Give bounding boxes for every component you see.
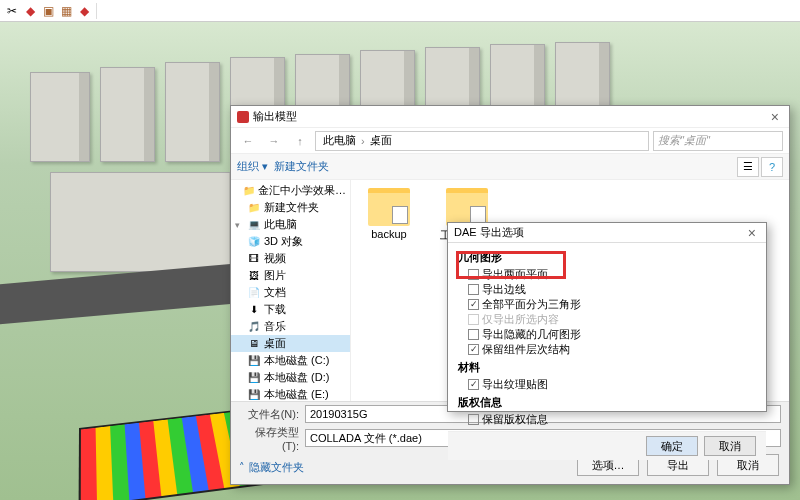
- tree-label: 文档: [264, 285, 286, 300]
- folder-icon: 📁: [243, 185, 255, 197]
- search-input[interactable]: 搜索"桌面": [653, 131, 783, 151]
- group-geometry: 几何图形: [458, 250, 756, 265]
- app-icon: [237, 111, 249, 123]
- help-icon[interactable]: ?: [761, 157, 783, 177]
- dl-icon: ⬇: [247, 304, 261, 316]
- dae-options-dialog: DAE 导出选项 × 几何图形 导出两面平面 导出边线 全部平面分为三角形 仅导…: [447, 222, 767, 412]
- search-placeholder: 搜索"桌面": [658, 133, 710, 148]
- mus-icon: 🎵: [247, 321, 261, 333]
- nav-fwd-icon[interactable]: →: [263, 131, 285, 151]
- vid-icon: 🎞: [247, 253, 261, 265]
- tree-label: 此电脑: [264, 217, 297, 232]
- group-materials: 材料: [458, 360, 756, 375]
- building: [50, 172, 240, 272]
- organize-button[interactable]: 组织 ▾: [237, 159, 268, 174]
- folder-icon: [368, 188, 410, 226]
- group-copyright: 版权信息: [458, 395, 756, 410]
- tree-label: 金汇中小学效果…: [258, 183, 346, 198]
- tree-item[interactable]: 💾本地磁盘 (C:): [231, 352, 350, 369]
- chk-selection-only: 仅导出所选内容: [458, 312, 756, 327]
- tool-box1-icon[interactable]: ▣: [40, 3, 56, 19]
- nav-back-icon[interactable]: ←: [237, 131, 259, 151]
- hide-folders-toggle[interactable]: ˄ 隐藏文件夹: [231, 456, 312, 478]
- tool-ruby-icon[interactable]: ◆: [76, 3, 92, 19]
- building: [165, 62, 220, 162]
- tree-item[interactable]: 🖼图片: [231, 267, 350, 284]
- doc-icon: 📄: [247, 287, 261, 299]
- folder-icon: [446, 188, 488, 226]
- tree-label: 图片: [264, 268, 286, 283]
- tree-item[interactable]: 🎞视频: [231, 250, 350, 267]
- disk-icon: 💾: [247, 355, 261, 367]
- tree-item[interactable]: 📁新建文件夹: [231, 199, 350, 216]
- toolbar-separator: [96, 3, 97, 19]
- chk-hierarchy[interactable]: 保留组件层次结构: [458, 342, 756, 357]
- tree-label: 音乐: [264, 319, 286, 334]
- folder-icon: 📁: [247, 202, 261, 214]
- tree-item[interactable]: 💾本地磁盘 (D:): [231, 369, 350, 386]
- tree-item[interactable]: 📁金汇中小学效果…: [231, 182, 350, 199]
- desk-icon: 🖥: [247, 338, 261, 350]
- pc-icon: 💻: [247, 219, 261, 231]
- chk-export-edges[interactable]: 导出边线: [458, 282, 756, 297]
- tree-item[interactable]: 🧊3D 对象: [231, 233, 350, 250]
- chk-textures[interactable]: 导出纹理贴图: [458, 377, 756, 392]
- nav-up-icon[interactable]: ↑: [289, 131, 311, 151]
- chevron-up-icon: ˄: [239, 461, 245, 474]
- folder-tree[interactable]: 📁金汇中小学效果…📁新建文件夹▾💻此电脑🧊3D 对象🎞视频🖼图片📄文档⬇下载🎵音…: [231, 180, 351, 401]
- tree-label: 视频: [264, 251, 286, 266]
- filetype-label: 保存类型(T):: [239, 425, 299, 452]
- obj-icon: 🧊: [247, 236, 261, 248]
- pic-icon: 🖼: [247, 270, 261, 282]
- cancel-button[interactable]: 取消: [704, 436, 756, 456]
- dialog-titlebar: 输出模型 ×: [231, 106, 789, 128]
- building: [100, 67, 155, 162]
- tree-item[interactable]: 💾本地磁盘 (E:): [231, 386, 350, 401]
- chk-double-faces[interactable]: 导出两面平面: [458, 267, 756, 282]
- tree-label: 3D 对象: [264, 234, 303, 249]
- disk-icon: 💾: [247, 389, 261, 401]
- tool-cut-icon[interactable]: ✂: [4, 3, 20, 19]
- close-icon[interactable]: ×: [767, 109, 783, 125]
- tree-label: 下载: [264, 302, 286, 317]
- filename-label: 文件名(N):: [239, 407, 299, 422]
- crumb-desktop[interactable]: 桌面: [367, 133, 395, 148]
- options-title: DAE 导出选项: [454, 225, 524, 240]
- tool-box2-icon[interactable]: ▦: [58, 3, 74, 19]
- building: [555, 42, 610, 112]
- breadcrumb[interactable]: 此电脑 › 桌面: [315, 131, 649, 151]
- tree-label: 桌面: [264, 336, 286, 351]
- tree-item[interactable]: 📄文档: [231, 284, 350, 301]
- file-toolbar: 组织 ▾ 新建文件夹 ☰ ?: [231, 154, 789, 180]
- dialog-title: 输出模型: [253, 109, 297, 124]
- nav-row: ← → ↑ 此电脑 › 桌面 搜索"桌面": [231, 128, 789, 154]
- tool-layers-icon[interactable]: ◆: [22, 3, 38, 19]
- tree-label: 本地磁盘 (E:): [264, 387, 329, 401]
- close-icon[interactable]: ×: [744, 225, 760, 241]
- disk-icon: 💾: [247, 372, 261, 384]
- view-mode-icon[interactable]: ☰: [737, 157, 759, 177]
- tree-item[interactable]: 🎵音乐: [231, 318, 350, 335]
- tree-item[interactable]: 🖥桌面: [231, 335, 350, 352]
- tree-label: 本地磁盘 (D:): [264, 370, 329, 385]
- options-titlebar: DAE 导出选项 ×: [448, 223, 766, 243]
- file-label: backup: [371, 228, 406, 240]
- building: [30, 72, 90, 162]
- chk-triangulate[interactable]: 全部平面分为三角形: [458, 297, 756, 312]
- ok-button[interactable]: 确定: [646, 436, 698, 456]
- tree-item[interactable]: ▾💻此电脑: [231, 216, 350, 233]
- tree-item[interactable]: ⬇下载: [231, 301, 350, 318]
- chevron-right-icon: ›: [359, 135, 367, 147]
- tree-label: 本地磁盘 (C:): [264, 353, 329, 368]
- expand-icon: ▾: [235, 220, 244, 230]
- newfolder-button[interactable]: 新建文件夹: [274, 159, 329, 174]
- tree-label: 新建文件夹: [264, 200, 319, 215]
- chk-credits[interactable]: 保留版权信息: [458, 412, 756, 427]
- crumb-pc[interactable]: 此电脑: [320, 133, 359, 148]
- app-toolbar: ✂ ◆ ▣ ▦ ◆: [0, 0, 800, 22]
- chk-hidden-geom[interactable]: 导出隐藏的几何图形: [458, 327, 756, 342]
- file-item[interactable]: backup: [359, 188, 419, 240]
